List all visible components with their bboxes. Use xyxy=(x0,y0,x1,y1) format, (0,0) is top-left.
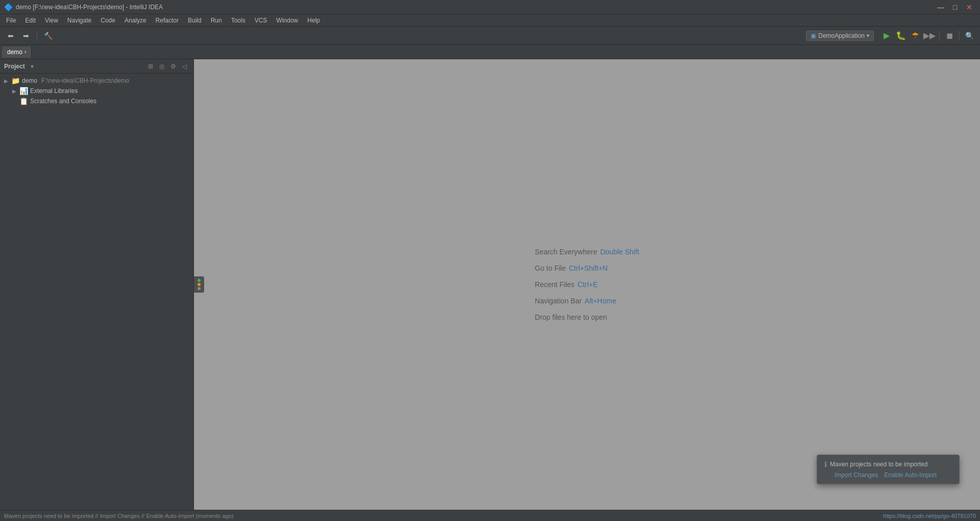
tab-arrow: › xyxy=(24,49,26,55)
panel-indicator-green xyxy=(198,279,201,282)
sidebar-title-row: Project ▾ xyxy=(4,61,37,72)
toolbar-back-button[interactable]: ⬅ xyxy=(4,29,17,42)
menu-item-file[interactable]: File xyxy=(2,16,20,25)
notification-popup: ℹ Maven projects need to be imported Imp… xyxy=(817,455,960,484)
sidebar-hide-button[interactable]: ◁ xyxy=(179,61,189,72)
notification-actions: Import Changes Enable Auto-Import xyxy=(824,471,952,479)
tree-arrow-libraries: ▶ xyxy=(12,88,17,94)
window-title: demo [F:\new-idea\CBH-Projects\demo] - I… xyxy=(16,4,163,11)
tree-item-external-libraries[interactable]: ▶ 📊 External Libraries xyxy=(0,86,193,96)
sidebar: Project ▾ ⊞ ◎ ⚙ ◁ ▶ 📁 demo F:\new-idea\C… xyxy=(0,59,194,510)
menu-item-edit[interactable]: Edit xyxy=(21,16,40,25)
status-bar: Maven projects need to be imported // Im… xyxy=(0,510,980,521)
coverage-button[interactable]: ☂ xyxy=(909,29,922,42)
hint-goto-file: Go to File Ctrl+Shift+N xyxy=(535,264,639,272)
run-button[interactable]: ▶ xyxy=(880,29,893,42)
tree-item-demo[interactable]: ▶ 📁 demo F:\new-idea\CBH-Projects\demo xyxy=(0,76,193,86)
minimize-button[interactable]: — xyxy=(934,2,947,12)
hint-drop-files: Drop files here to open xyxy=(535,313,639,321)
hint-recent-shortcut: Ctrl+E xyxy=(578,280,598,289)
title-bar: 🔷 demo [F:\new-idea\CBH-Projects\demo] -… xyxy=(0,0,980,14)
tree-label-libraries: External Libraries xyxy=(30,87,78,94)
import-changes-link[interactable]: Import Changes xyxy=(835,471,878,479)
menu-item-tools[interactable]: Tools xyxy=(227,16,250,25)
maximize-button[interactable]: □ xyxy=(948,2,962,12)
status-bar-right: https://blog.csdn.net/pp/go-40781070 xyxy=(883,513,976,519)
folder-icon-demo: 📁 xyxy=(11,77,20,85)
toolbar-separator-1 xyxy=(37,31,37,41)
editor-hints: Search Everywhere Double Shift Go to Fil… xyxy=(535,248,639,321)
info-icon: ℹ xyxy=(824,460,827,468)
hint-nav-bar: Navigation Bar Alt+Home xyxy=(535,297,639,305)
tab-bar: demo › xyxy=(0,45,980,59)
menu-item-run[interactable]: Run xyxy=(207,16,226,25)
tab-label: demo xyxy=(7,49,22,56)
app-icon: 🔷 xyxy=(4,3,13,11)
more-run-button[interactable]: ▶▶ xyxy=(923,29,936,42)
panel-indicator-grey xyxy=(198,287,201,290)
menu-item-code[interactable]: Code xyxy=(96,16,119,25)
tree-item-scratches[interactable]: 📋 Scratches and Consoles xyxy=(0,96,193,106)
toolbar-forward-button[interactable]: ➡ xyxy=(19,29,33,42)
hint-search-shortcut: Double Shift xyxy=(600,248,639,256)
scratch-icon: 📋 xyxy=(19,97,28,105)
tree-label-scratches: Scratches and Consoles xyxy=(30,98,96,105)
sidebar-settings-button[interactable]: ⚙ xyxy=(168,61,178,72)
main-layout: Project ▾ ⊞ ◎ ⚙ ◁ ▶ 📁 demo F:\new-idea\C… xyxy=(0,59,980,510)
project-tree: ▶ 📁 demo F:\new-idea\CBH-Projects\demo ▶… xyxy=(0,74,193,510)
hint-search-text: Search Everywhere xyxy=(535,248,597,256)
locate-file-button[interactable]: ◎ xyxy=(157,61,167,72)
panel-indicator-orange xyxy=(198,283,201,286)
notification-title: ℹ Maven projects need to be imported xyxy=(824,460,952,468)
hint-recent-files: Recent Files Ctrl+E xyxy=(535,280,639,289)
sidebar-toolbar: ⊞ ◎ ⚙ ◁ xyxy=(145,61,189,72)
tree-arrow-demo: ▶ xyxy=(4,78,9,84)
hint-goto-shortcut: Ctrl+Shift+N xyxy=(569,264,607,272)
sidebar-header: Project ▾ ⊞ ◎ ⚙ ◁ xyxy=(0,59,193,74)
stop-button[interactable]: ◼ xyxy=(943,29,956,42)
left-panel-indicator[interactable] xyxy=(194,276,204,293)
debug-button[interactable]: 🐛 xyxy=(894,29,908,42)
tree-label-demo: demo xyxy=(22,77,37,84)
menu-item-analyze[interactable]: Analyze xyxy=(120,16,151,25)
hint-goto-text: Go to File xyxy=(535,264,566,272)
enable-auto-import-link[interactable]: Enable Auto-Import xyxy=(884,471,937,479)
sidebar-title: Project xyxy=(4,63,25,70)
hint-nav-text: Navigation Bar xyxy=(535,297,582,305)
run-config-name: DemoApplication xyxy=(818,32,865,39)
menu-item-navigate[interactable]: Navigate xyxy=(63,16,95,25)
toolbar-separator-2 xyxy=(939,31,940,41)
menu-item-vcs[interactable]: VCS xyxy=(251,16,272,25)
status-message: Maven projects need to be imported // Im… xyxy=(4,513,233,519)
menu-bar: FileEditViewNavigateCodeAnalyzeRefactorB… xyxy=(0,14,980,27)
menu-item-view[interactable]: View xyxy=(41,16,62,25)
menu-item-help[interactable]: Help xyxy=(303,16,324,25)
run-config-dropdown-icon[interactable]: ▾ xyxy=(867,33,869,38)
menu-item-refactor[interactable]: Refactor xyxy=(152,16,183,25)
collapse-all-button[interactable]: ⊞ xyxy=(145,61,156,72)
toolbar-right: ▶ 🐛 ☂ ▶▶ ◼ 🔍 xyxy=(880,29,976,42)
hint-recent-text: Recent Files xyxy=(535,280,575,289)
project-tab[interactable]: demo › xyxy=(2,46,32,58)
hint-nav-shortcut: Alt+Home xyxy=(585,297,617,305)
status-url[interactable]: https://blog.csdn.net/pp/go-40781070 xyxy=(883,513,976,519)
toolbar: ⬅ ➡ 🔨 ▣ DemoApplication ▾ ▶ 🐛 ☂ ▶▶ ◼ 🔍 xyxy=(0,27,980,45)
hint-search: Search Everywhere Double Shift xyxy=(535,248,639,256)
menu-item-build[interactable]: Build xyxy=(184,16,206,25)
run-config-selector[interactable]: ▣ DemoApplication ▾ xyxy=(806,31,874,41)
tree-path-demo: F:\new-idea\CBH-Projects\demo xyxy=(41,77,129,84)
notification-text: Maven projects need to be imported xyxy=(830,461,927,468)
toolbar-build-button[interactable]: 🔨 xyxy=(41,29,55,42)
close-button[interactable]: ✕ xyxy=(963,2,976,12)
hint-drop-text: Drop files here to open xyxy=(535,313,607,321)
toolbar-separator-3 xyxy=(959,31,960,41)
editor-area: Search Everywhere Double Shift Go to Fil… xyxy=(194,59,980,510)
search-everywhere-button[interactable]: 🔍 xyxy=(963,29,976,42)
sidebar-dropdown-button[interactable]: ▾ xyxy=(27,61,37,72)
title-bar-controls[interactable]: — □ ✕ xyxy=(934,2,976,12)
menu-item-window[interactable]: Window xyxy=(272,16,302,25)
chart-icon-libraries: 📊 xyxy=(19,87,28,95)
title-bar-left: 🔷 demo [F:\new-idea\CBH-Projects\demo] -… xyxy=(4,3,163,11)
